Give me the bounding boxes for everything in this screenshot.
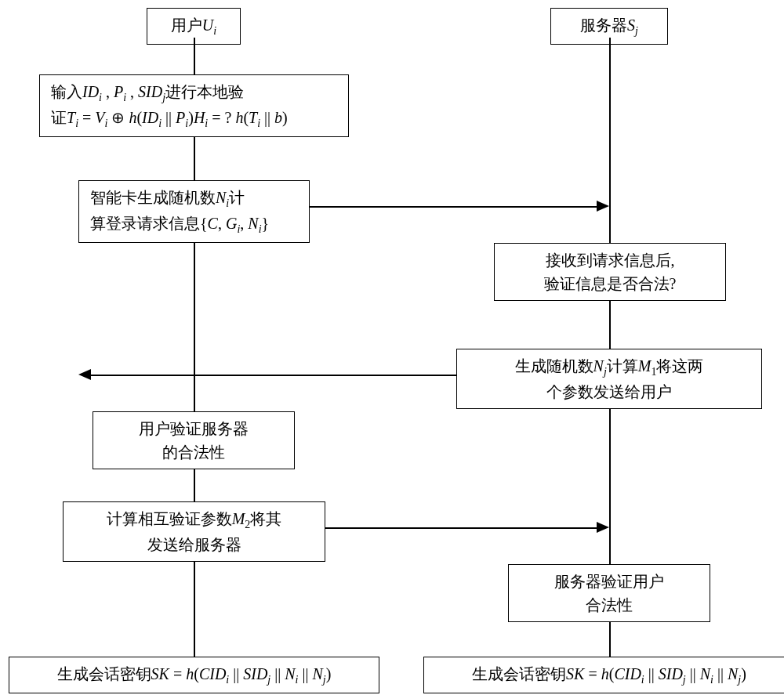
- user-step-smartcard: 智能卡生成随机数Ni计 算登录请求信息{C, Gi, Ni}: [78, 180, 310, 243]
- server-step-verify-user-line1: 服务器验证用户: [554, 573, 664, 590]
- user-step-local-verify: 输入IDi , Pi , SIDj进行本地验 证Ti = Vi ⊕ h(IDi …: [39, 74, 349, 137]
- user-generate-session-key: 生成会话密钥SK = h(CIDi || SIDj || Ni || Nj): [9, 657, 379, 693]
- server-step-generate-params: 生成随机数Nj计算M1将这两 个参数发送给用户: [456, 349, 762, 409]
- user-step-verify-server: 用户验证服务器 的合法性: [93, 411, 295, 469]
- arrow-server-response-head: [78, 369, 91, 380]
- user-step-verify-server-line2: 的合法性: [162, 443, 225, 461]
- server-step-verify-request-line1: 接收到请求信息后,: [546, 252, 675, 269]
- server-step-verify-request: 接收到请求信息后, 验证信息是否合法?: [494, 243, 726, 301]
- user-step-compute-m2: 计算相互验证参数M2将其 发送给服务器: [63, 501, 325, 562]
- server-step-verify-request-line2: 验证信息是否合法?: [544, 275, 677, 292]
- server-step-verify-user-line2: 合法性: [586, 596, 633, 614]
- user-step-verify-server-line1: 用户验证服务器: [139, 420, 249, 437]
- arrow-server-response: [89, 375, 456, 376]
- arrow-login-request: [310, 206, 598, 208]
- arrow-mutual-auth-head: [597, 522, 609, 533]
- server-generate-session-key: 生成会话密钥SK = h(CIDi || SIDj || Ni || Nj): [423, 657, 784, 693]
- arrow-mutual-auth: [325, 527, 598, 529]
- server-step-verify-user: 服务器验证用户 合法性: [508, 564, 710, 622]
- arrow-login-request-head: [597, 201, 609, 212]
